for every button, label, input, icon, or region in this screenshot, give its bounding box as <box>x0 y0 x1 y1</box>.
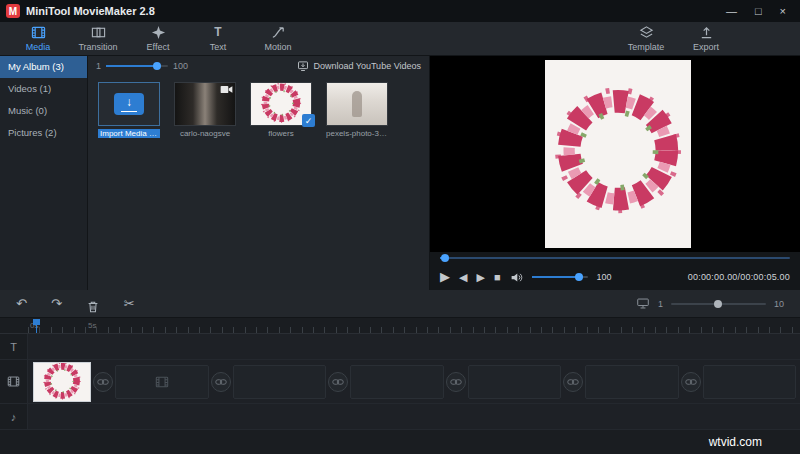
stop-button[interactable]: ■ <box>494 264 501 290</box>
seek-bar[interactable] <box>440 257 790 259</box>
playhead[interactable] <box>33 319 40 333</box>
timeline-zoom-knob[interactable] <box>714 300 722 308</box>
download-youtube-icon <box>297 60 309 72</box>
video-track-body[interactable] <box>28 360 800 403</box>
main-toolbar: Media Transition Effect T Text Motion <box>0 22 800 56</box>
seek-knob[interactable] <box>441 254 449 262</box>
transition-slot-icon <box>211 372 231 392</box>
music-track-header: ♪ <box>0 404 28 429</box>
timeline-zoom-max: 10 <box>774 299 784 309</box>
text-track: T <box>0 334 800 360</box>
sidebar: My Album (3) Videos (1) Music (0) Pictur… <box>0 56 88 290</box>
effect-icon <box>151 25 166 40</box>
close-button[interactable]: × <box>780 0 786 22</box>
transition-slot-icon <box>681 372 701 392</box>
tab-media[interactable]: Media <box>8 25 68 52</box>
sidebar-item-music[interactable]: Music (0) <box>0 100 87 122</box>
tab-text[interactable]: T Text <box>188 25 248 52</box>
text-track-icon: T <box>10 341 17 353</box>
link-icon <box>567 378 579 386</box>
text-icon: T <box>211 25 226 40</box>
video-track-icon <box>7 375 20 388</box>
edit-toolbar: ↶ ↷ ✂ 1 10 <box>0 290 800 318</box>
volume-knob[interactable] <box>575 273 583 281</box>
minimize-button[interactable]: — <box>726 0 737 22</box>
media-item-video[interactable]: carlo-naogsve <box>174 82 236 138</box>
next-frame-button[interactable]: ▶ <box>476 264 484 290</box>
export-button[interactable]: Export <box>676 25 736 52</box>
transition-slot-icon <box>93 372 113 392</box>
export-icon <box>699 25 714 40</box>
toolbar-right-actions: Template Export <box>616 25 736 52</box>
tab-effect-label: Effect <box>147 42 170 52</box>
thumbnail-size-knob[interactable] <box>153 62 161 70</box>
timeline-clip-flowers[interactable] <box>33 362 91 402</box>
preview-frame <box>545 60 691 248</box>
template-label: Template <box>628 42 665 52</box>
timeline-slot <box>468 365 562 399</box>
media-item-flowers[interactable]: ✓ flowers <box>250 82 312 138</box>
previous-frame-button[interactable]: ◀ <box>459 264 467 290</box>
pexels-thumbnail[interactable] <box>326 82 388 126</box>
app-logo-icon: M <box>6 4 20 18</box>
play-button[interactable]: ▶ <box>440 264 450 290</box>
undo-button[interactable]: ↶ <box>16 290 27 318</box>
playback-controls: ▶ ◀ ▶ ■ 100 00:00:00.00/00:00:05.00 <box>430 264 800 290</box>
thumb-zoom-min: 1 <box>96 61 101 71</box>
media-grid: ↓ Import Media Files carlo-naogsve <box>88 76 429 144</box>
transition-slot-icon <box>446 372 466 392</box>
volume-slider[interactable] <box>532 276 588 278</box>
clip-placeholder-icon <box>155 375 169 389</box>
preview-image <box>545 60 691 248</box>
selected-check-icon: ✓ <box>302 114 315 127</box>
split-button[interactable]: ✂ <box>124 290 135 318</box>
sidebar-item-videos[interactable]: Videos (1) <box>0 78 87 100</box>
ruler-label-5s: 5s <box>88 321 96 330</box>
tab-motion[interactable]: Motion <box>248 25 308 52</box>
media-icon <box>31 25 46 40</box>
link-icon <box>450 378 462 386</box>
text-track-header: T <box>0 334 28 359</box>
flowers-thumbnail[interactable]: ✓ <box>250 82 312 126</box>
import-media-tile[interactable]: ↓ Import Media Files <box>98 82 160 138</box>
timeline-slot <box>703 365 797 399</box>
transition-slot-icon <box>563 372 583 392</box>
export-label: Export <box>693 42 719 52</box>
link-icon <box>97 378 109 386</box>
trash-icon <box>86 300 100 314</box>
import-arrow-icon: ↓ <box>126 95 132 109</box>
delete-button[interactable] <box>86 293 100 314</box>
thumbnail-size-slider[interactable] <box>106 65 168 67</box>
music-track-body[interactable] <box>28 404 800 429</box>
template-button[interactable]: Template <box>616 25 676 52</box>
video-track-header <box>0 360 28 403</box>
timeline-slot <box>115 365 209 399</box>
video-item-label: carlo-naogsve <box>174 129 236 138</box>
timeline-zoom-group: 1 10 <box>636 297 784 310</box>
maximize-button[interactable]: □ <box>755 0 762 22</box>
text-track-body[interactable] <box>28 334 800 359</box>
sidebar-item-my-album[interactable]: My Album (3) <box>0 56 87 78</box>
clip-thumbnail <box>34 363 90 401</box>
timeline-ruler[interactable]: 0s 5s <box>0 318 800 334</box>
media-item-pexels[interactable]: pexels-photo-3062961 <box>326 82 388 138</box>
library-topbar: 1 100 Download YouTube Videos <box>88 56 429 76</box>
flowers-item-label: flowers <box>250 129 312 138</box>
preview-video-area <box>430 56 800 252</box>
app-window: M MiniTool MovieMaker 2.8 — □ × Media Tr… <box>0 0 800 454</box>
redo-button[interactable]: ↷ <box>51 290 62 318</box>
tab-transition[interactable]: Transition <box>68 25 128 52</box>
thumb-zoom-max: 100 <box>173 61 188 71</box>
video-thumbnail[interactable] <box>174 82 236 126</box>
tab-effect[interactable]: Effect <box>128 25 188 52</box>
timeline-slot <box>585 365 679 399</box>
music-track-icon: ♪ <box>11 411 17 423</box>
sidebar-item-pictures[interactable]: Pictures (2) <box>0 122 87 144</box>
import-media-thumb[interactable]: ↓ <box>98 82 160 126</box>
download-youtube-link[interactable]: Download YouTube Videos <box>297 60 421 72</box>
timeline-zoom-slider[interactable] <box>671 303 766 305</box>
template-icon <box>639 25 654 40</box>
fit-timeline-icon[interactable] <box>636 297 650 310</box>
volume-icon[interactable] <box>510 271 523 284</box>
preview-panel: ▶ ◀ ▶ ■ 100 00:00:00.00/00:00:05.00 <box>430 56 800 290</box>
